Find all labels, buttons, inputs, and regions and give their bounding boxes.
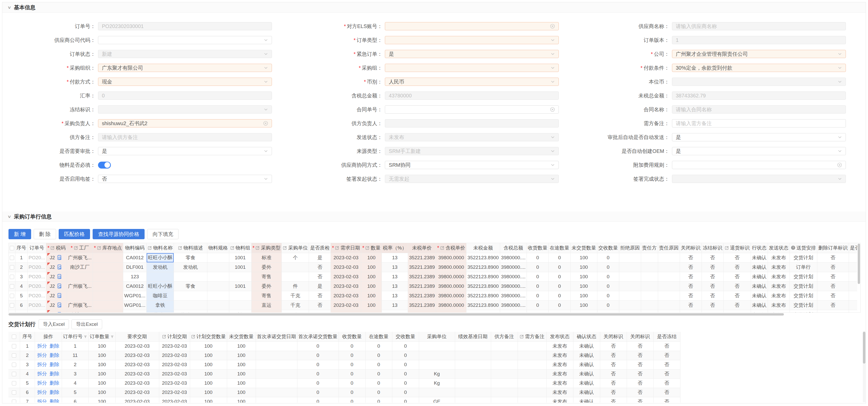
split-link[interactable]: 拆分 (37, 380, 47, 386)
urgent-order-select[interactable]: 是 (385, 50, 559, 58)
e-sign-enabled-select[interactable]: 否 (98, 175, 272, 183)
cell-purchase-unit[interactable]: 千克 (282, 291, 309, 300)
basic-info-section-header[interactable]: ∨ 基本信息 (2, 2, 866, 12)
cell-taxed-price[interactable]: 39800.0000 (436, 281, 466, 291)
row-checkbox[interactable] (12, 381, 16, 385)
cell-material-group[interactable]: 1001 (229, 281, 251, 291)
cell-planned-date[interactable]: 2023-02-03 (159, 351, 190, 360)
cell-actions[interactable]: 拆分删除 (35, 388, 62, 397)
cell-demander-note[interactable] (518, 351, 547, 360)
row-checkbox[interactable] (12, 353, 16, 358)
cell-tax-code[interactable]: J2 (46, 310, 67, 313)
row-checkbox[interactable] (10, 275, 14, 279)
cell-material-desc[interactable] (174, 300, 207, 310)
chevron-down-icon[interactable] (551, 38, 555, 42)
chevron-down-icon[interactable] (838, 66, 842, 70)
cell-factory[interactable] (67, 272, 93, 281)
row-checkbox[interactable] (10, 294, 14, 298)
cell-tax-code[interactable]: J2 (46, 253, 67, 262)
cell-quantity[interactable]: 100 (361, 272, 382, 281)
cell-material-desc[interactable] (174, 272, 207, 281)
cell-planned-qty[interactable]: 100 (190, 378, 227, 388)
chevron-down-icon[interactable] (551, 80, 555, 84)
cell-tax-code[interactable]: J2 (46, 281, 67, 291)
row-checkbox[interactable] (12, 372, 16, 376)
cell-purchase-type[interactable]: 委外 (251, 281, 282, 291)
cell-planned-date[interactable]: 2023-02-03 (159, 369, 190, 378)
delete-link[interactable]: 删除 (50, 380, 59, 386)
vertical-scrollbar[interactable] (857, 243, 860, 312)
cell-quantity[interactable]: 100 (361, 310, 382, 313)
cell-planned-qty[interactable]: 100 (190, 360, 227, 369)
cell-planned-date[interactable]: 2023-02-03 (159, 397, 190, 403)
counterpart-els-account-input[interactable] (385, 22, 559, 30)
cell-taxed-price[interactable]: 39800.0000 (436, 262, 466, 272)
need-approval-select[interactable]: 是 (98, 147, 272, 155)
payment-method-select[interactable]: 现金 (98, 78, 272, 86)
material-required-toggle[interactable] (98, 162, 111, 169)
cell-material-desc[interactable]: 发动机 (174, 262, 207, 272)
cell-demander-note[interactable] (518, 360, 547, 369)
cell-material-group[interactable] (229, 300, 251, 310)
chevron-down-icon[interactable] (264, 149, 268, 154)
filter-icon[interactable] (84, 335, 87, 339)
price-lookup-icon[interactable] (57, 302, 62, 308)
cell-taxed-price[interactable]: 39800.0000 (436, 300, 466, 310)
cell-material-group[interactable]: 1001 (229, 262, 251, 272)
row-checkbox[interactable] (10, 284, 14, 289)
cell-actions[interactable]: 拆分删除 (35, 341, 62, 351)
horizontal-scrollbar[interactable] (8, 313, 861, 316)
delete-link[interactable]: 删除 (50, 343, 59, 349)
cell-purchase-unit[interactable]: 件 (282, 310, 309, 313)
cell-factory[interactable]: 南沙工厂 (67, 262, 93, 272)
cell-demander-note[interactable] (518, 388, 547, 397)
price-lookup-icon[interactable] (57, 293, 62, 298)
delete-link[interactable]: 删除 (50, 390, 59, 395)
split-link[interactable]: 拆分 (37, 390, 47, 395)
cell-actions[interactable]: 拆分删除 (35, 360, 62, 369)
cell-quantity[interactable]: 100 (361, 291, 382, 300)
cell-material-desc[interactable]: 零食 (174, 281, 207, 291)
row-checkbox[interactable] (10, 303, 14, 308)
collapse-icon[interactable]: ∨ (7, 214, 11, 219)
cell-material-desc[interactable] (174, 291, 207, 300)
cell-material-name[interactable]: 旺旺小小酥 (147, 253, 174, 262)
chevron-down-icon[interactable] (551, 66, 555, 70)
cell-purchase-unit[interactable]: 件 (282, 281, 309, 291)
cell-material-group[interactable] (229, 291, 251, 300)
import-excel-button[interactable]: 导入Excel (39, 319, 69, 329)
cell-actions[interactable]: 拆分删除 (35, 378, 62, 388)
chevron-down-icon[interactable] (551, 52, 555, 56)
company-select[interactable]: 广州聚才企业管理有限责任公司 (672, 50, 846, 58)
price-lookup-icon[interactable] (57, 283, 62, 289)
scrollbar-thumb[interactable] (863, 332, 865, 364)
chevron-down-icon[interactable] (264, 177, 268, 181)
cell-demand-date[interactable]: 2023-02-03 (331, 300, 361, 310)
contract-no-input[interactable] (385, 105, 559, 113)
cell-factory[interactable]: 南沙工厂 (67, 310, 93, 313)
scrollbar-thumb[interactable] (858, 244, 860, 284)
cell-return-flag[interactable]: 否 (723, 291, 751, 300)
price-lookup-icon[interactable] (57, 274, 62, 279)
cell-storage-location[interactable] (93, 262, 123, 272)
cell-taxed-price[interactable]: 39800.0000 (436, 291, 466, 300)
scrollbar-thumb[interactable] (8, 313, 784, 315)
chevron-down-icon[interactable] (838, 52, 842, 56)
cell-planned-date[interactable]: 2023-02-03 (159, 360, 190, 369)
cell-planned-qty[interactable]: 100 (190, 369, 227, 378)
cell-factory[interactable]: 广州极飞... (67, 253, 93, 262)
cell-demand-date[interactable]: 2023-02-03 (331, 272, 361, 281)
supplier-company-code-select[interactable] (98, 36, 272, 44)
cell-purchase-type[interactable]: 直运 (251, 300, 282, 310)
cell-storage-location[interactable] (93, 281, 123, 291)
cell-material-group[interactable]: 1001 (229, 253, 251, 262)
split-link[interactable]: 拆分 (37, 343, 47, 349)
row-checkbox[interactable] (12, 363, 16, 367)
export-excel-button[interactable]: 导出Excel (71, 319, 102, 329)
delete-link[interactable]: 删除 (50, 399, 59, 403)
cell-planned-qty[interactable]: 100 (190, 351, 227, 360)
cell-planned-qty[interactable]: 100 (190, 388, 227, 397)
row-checkbox[interactable] (12, 400, 16, 403)
cell-purchase-type[interactable]: 零散 (251, 310, 282, 313)
price-lookup-icon[interactable] (57, 255, 62, 260)
